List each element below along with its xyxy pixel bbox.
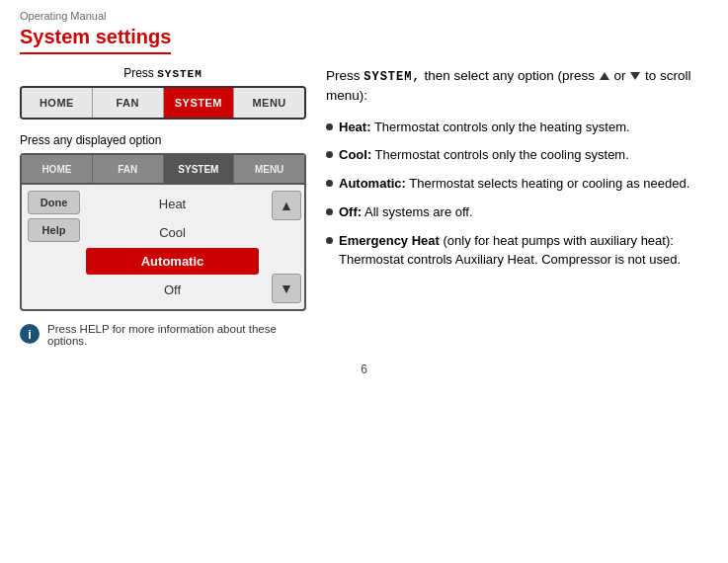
thermo-nav-menu[interactable]: MENU — [234, 155, 304, 183]
bullet-heat-text: Heat: Thermostat controls only the heati… — [339, 119, 630, 137]
thermo-options-list: Heat Cool Automatic Off — [86, 185, 269, 309]
down-arrow-icon — [630, 72, 640, 80]
help-button[interactable]: Help — [28, 218, 80, 242]
cool-term: Cool: — [339, 147, 371, 162]
left-panel: Press SYSTEM HOME FAN SYSTEM MENU Press … — [20, 66, 306, 347]
info-note: i Press HELP for more information about … — [20, 323, 306, 347]
bullet-dot-heat — [326, 123, 333, 130]
press-option-label: Press any displayed option — [20, 133, 306, 147]
scroll-down-button[interactable]: ▼ — [272, 274, 301, 303]
bullet-heat: Heat: Thermostat controls only the heati… — [326, 119, 708, 137]
arrow-control: ▲ ▼ — [269, 185, 304, 309]
heat-term: Heat: — [339, 120, 371, 134]
thermo-body: Done Help Heat Cool Automatic Off ▲ ▼ — [22, 185, 304, 309]
top-nav-bar: HOME FAN SYSTEM MENU — [20, 86, 306, 120]
bullet-dot-cool — [326, 151, 333, 158]
bullet-emergency-heat: Emergency Heat (only for heat pumps with… — [326, 232, 708, 270]
thermo-nav-bar: HOME FAN SYSTEM MENU — [22, 155, 304, 185]
bullet-off: Off: All systems are off. — [326, 203, 708, 222]
off-term: Off: — [339, 204, 362, 219]
thermo-nav-fan[interactable]: FAN — [93, 155, 164, 183]
automatic-term: Automatic: — [339, 176, 406, 191]
page-number: 6 — [20, 362, 708, 376]
done-button[interactable]: Done — [28, 191, 80, 214]
bullet-dot-automatic — [326, 180, 333, 187]
bullet-automatic: Automatic: Thermostat selects heating or… — [326, 175, 708, 194]
bullet-off-text: Off: All systems are off. — [339, 203, 473, 222]
option-off[interactable]: Off — [86, 277, 259, 303]
thermo-side-buttons: Done Help — [22, 185, 86, 309]
bullet-automatic-text: Automatic: Thermostat selects heating or… — [339, 175, 689, 194]
system-key-1: SYSTEM — [157, 68, 202, 80]
thermo-nav-home[interactable]: HOME — [22, 155, 93, 183]
nav-btn-home-1[interactable]: HOME — [22, 88, 93, 118]
emergency-heat-term: Emergency Heat — [339, 233, 440, 248]
bullet-list: Heat: Thermostat controls only the heati… — [326, 119, 708, 270]
thermostat-panel: HOME FAN SYSTEM MENU Done Help Heat Cool… — [20, 153, 306, 311]
bullet-emergency-text: Emergency Heat (only for heat pumps with… — [339, 232, 708, 270]
main-layout: Press SYSTEM HOME FAN SYSTEM MENU Press … — [20, 66, 708, 347]
up-arrow-icon — [600, 72, 609, 80]
bullet-dot-emergency — [326, 237, 333, 244]
info-note-text: Press HELP for more information about th… — [47, 323, 306, 347]
page-label: Operating Manual — [20, 10, 708, 22]
nav-btn-menu-1[interactable]: MENU — [234, 88, 304, 118]
right-intro: Press SYSTEM, then select any option (pr… — [326, 66, 708, 107]
system-key-right: SYSTEM, — [364, 70, 420, 84]
option-heat[interactable]: Heat — [86, 191, 259, 217]
bullet-cool: Cool: Thermostat controls only the cooli… — [326, 146, 708, 165]
option-automatic[interactable]: Automatic — [86, 248, 259, 275]
right-panel: Press SYSTEM, then select any option (pr… — [326, 66, 708, 280]
thermo-nav-system[interactable]: SYSTEM — [164, 155, 235, 183]
help-key: HELP — [80, 323, 110, 335]
bullet-cool-text: Cool: Thermostat controls only the cooli… — [339, 146, 629, 165]
nav-btn-fan-1[interactable]: FAN — [93, 88, 164, 118]
bullet-dot-off — [326, 208, 333, 215]
press-system-label: Press SYSTEM — [20, 66, 306, 80]
scroll-up-button[interactable]: ▲ — [272, 191, 301, 220]
info-icon: i — [20, 324, 40, 344]
section-title: System settings — [20, 26, 171, 54]
option-cool[interactable]: Cool — [86, 219, 259, 246]
nav-btn-system-1[interactable]: SYSTEM — [164, 88, 235, 118]
